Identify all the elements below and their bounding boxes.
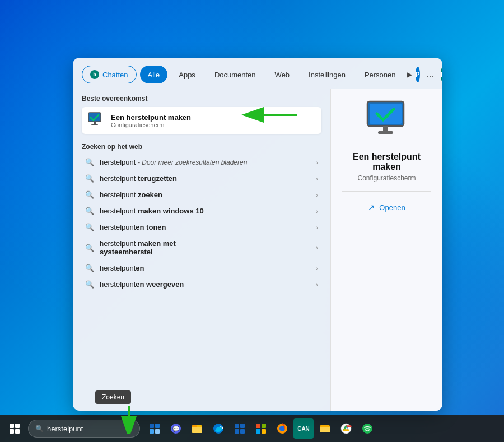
taskbar-mgr-icon[interactable] xyxy=(230,418,250,439)
svg-rect-13 xyxy=(150,429,154,434)
microsoft-store-icon[interactable] xyxy=(251,418,271,439)
windows-logo xyxy=(10,424,20,434)
web-item-text-7: herstelpunten weergeven xyxy=(100,280,310,289)
web-item-text-3: herstelpunt maken windows 10 xyxy=(100,207,310,215)
desktop: b Chatten Alle Apps Documenten Web Inste… xyxy=(0,0,504,442)
alle-label: Alle xyxy=(148,71,160,79)
svg-rect-6 xyxy=(378,131,393,134)
chevron-2: › xyxy=(316,192,318,198)
svg-rect-19 xyxy=(192,425,197,427)
search-icon-2: 🔍 xyxy=(85,190,94,199)
svg-rect-21 xyxy=(235,424,239,428)
chrome-icon[interactable] xyxy=(336,418,356,439)
best-match-icon xyxy=(87,111,105,129)
web-item-4[interactable]: 🔍 herstelpunten tonen › xyxy=(82,219,321,235)
apps-button[interactable]: Apps xyxy=(171,66,203,83)
svg-rect-28 xyxy=(262,429,266,434)
best-match-text: Een herstelpunt maken Configuratiescherm xyxy=(111,113,191,128)
web-item-text-5: herstelpunt maken metsysteemherstel xyxy=(100,239,310,256)
web-item-text-4: herstelpunten tonen xyxy=(100,223,310,231)
best-match-item[interactable]: Een herstelpunt maken Configuratiescherm xyxy=(82,107,321,134)
edge-icon[interactable] xyxy=(208,418,228,439)
svg-rect-2 xyxy=(91,124,98,125)
svg-rect-32 xyxy=(320,427,330,432)
taskbar-icons: 💬 xyxy=(144,418,377,439)
search-icon-7: 🔍 xyxy=(85,280,94,289)
svg-rect-1 xyxy=(94,122,96,124)
search-icon-5: 🔍 xyxy=(85,244,94,252)
best-match-name: Een herstelpunt maken xyxy=(111,113,191,122)
web-button[interactable]: Web xyxy=(267,66,298,83)
chevron-0: › xyxy=(316,159,318,166)
web-search-title: Zoeken op het web xyxy=(82,143,321,151)
open-label: Openen xyxy=(379,203,405,212)
documenten-button[interactable]: Documenten xyxy=(207,66,264,83)
svg-rect-11 xyxy=(150,424,154,428)
open-button[interactable]: ↗ Openen xyxy=(368,201,405,214)
svg-rect-25 xyxy=(256,424,260,428)
chevron-3: › xyxy=(316,208,318,215)
web-item-text-0: herstelpunt - Door meer zoekresultaten b… xyxy=(100,158,310,166)
start-button[interactable] xyxy=(6,420,24,438)
search-icon-0: 🔍 xyxy=(85,158,94,166)
documenten-label: Documenten xyxy=(214,71,256,79)
widgets-icon[interactable] xyxy=(144,418,165,439)
svg-rect-5 xyxy=(383,126,388,131)
alle-button[interactable]: Alle xyxy=(140,66,168,83)
spotify-icon[interactable] xyxy=(357,418,377,439)
web-item-2[interactable]: 🔍 herstelpunt zoeken › xyxy=(82,187,321,203)
chat-icon[interactable]: 💬 xyxy=(166,418,186,439)
svg-rect-23 xyxy=(235,429,239,434)
web-item-5[interactable]: 🔍 herstelpunt maken metsysteemherstel › xyxy=(82,235,321,260)
search-icon-1: 🔍 xyxy=(85,174,94,183)
chevron-7: › xyxy=(316,281,318,288)
file-explorer-icon[interactable] xyxy=(187,418,207,439)
web-item-7[interactable]: 🔍 herstelpunten weergeven › xyxy=(82,276,321,292)
bing-logo[interactable]: b xyxy=(441,67,442,82)
chevron-4: › xyxy=(316,224,318,231)
taskbar-search-bar[interactable]: 🔍 xyxy=(28,420,140,438)
svg-rect-4 xyxy=(370,104,402,124)
svg-rect-14 xyxy=(155,429,160,434)
can-icon[interactable]: CAN xyxy=(293,418,314,439)
taskbar-search-icon: 🔍 xyxy=(35,425,44,432)
web-item-6[interactable]: 🔍 herstelpunten › xyxy=(82,260,321,276)
svg-rect-26 xyxy=(262,424,266,428)
apps-label: Apps xyxy=(179,71,195,79)
zoeken-tooltip: Zoeken xyxy=(95,390,131,404)
instellingen-button[interactable]: Instellingen xyxy=(301,66,353,83)
web-item-0[interactable]: 🔍 herstelpunt - Door meer zoekresultaten… xyxy=(82,154,321,170)
svg-rect-22 xyxy=(240,424,245,428)
search-panel: b Chatten Alle Apps Documenten Web Inste… xyxy=(73,58,442,411)
web-item-text-1: herstelpunt terugzetten xyxy=(100,174,310,183)
chevron-5: › xyxy=(316,244,318,251)
detail-title: Een herstelpunt maken xyxy=(342,152,431,172)
files3-icon[interactable] xyxy=(315,418,335,439)
instellingen-label: Instellingen xyxy=(309,71,346,79)
detail-icon xyxy=(365,100,409,143)
best-match-subtitle: Configuratiescherm xyxy=(111,122,191,128)
svg-rect-27 xyxy=(256,429,260,434)
more-button[interactable]: ... xyxy=(423,67,437,82)
panel-nav: b Chatten Alle Apps Documenten Web Inste… xyxy=(73,58,442,89)
chatten-button[interactable]: b Chatten xyxy=(82,66,137,83)
search-icon-4: 🔍 xyxy=(85,223,94,231)
taskbar-search-input[interactable] xyxy=(47,425,120,433)
personen-label: Personen xyxy=(365,71,396,79)
personen-button[interactable]: Personen xyxy=(357,66,404,83)
web-item-3[interactable]: 🔍 herstelpunt maken windows 10 › xyxy=(82,203,321,219)
web-item-text-2: herstelpunt zoeken xyxy=(100,190,310,199)
panel-content: Beste overeenkomst Een herstelpunt maken… xyxy=(73,89,442,411)
web-search-section: Zoeken op het web 🔍 herstelpunt - Door m… xyxy=(82,143,321,292)
bing-small-icon: b xyxy=(90,70,99,79)
web-item-text-6: herstelpunten xyxy=(100,264,310,272)
play-button[interactable]: ▶ xyxy=(407,68,412,81)
web-item-1[interactable]: 🔍 herstelpunt terugzetten › xyxy=(82,170,321,187)
panel-right: Een herstelpunt maken Configuratiescherm… xyxy=(330,89,442,411)
chevron-6: › xyxy=(316,265,318,272)
taskbar: 🔍 💬 xyxy=(0,415,504,442)
firefox-icon[interactable] xyxy=(272,418,292,439)
search-icon-6: 🔍 xyxy=(85,264,94,272)
detail-subtitle: Configuratiescherm xyxy=(357,174,416,182)
open-icon: ↗ xyxy=(368,203,375,212)
